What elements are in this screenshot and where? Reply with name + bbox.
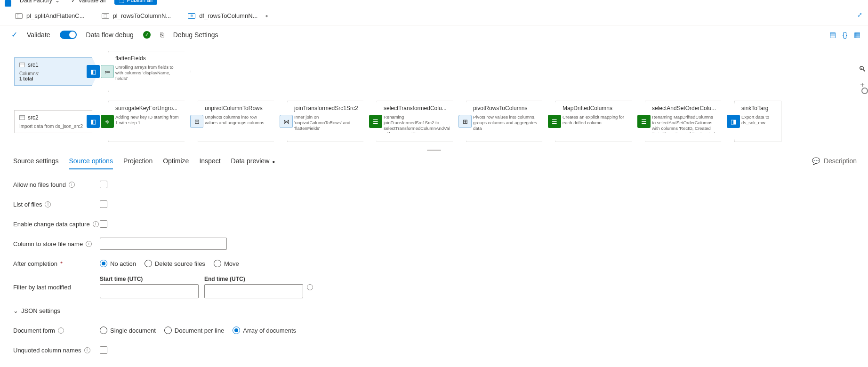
join-icon: ⋈ bbox=[280, 115, 293, 128]
document-form-label: Document formi bbox=[13, 327, 100, 334]
tab-data-preview[interactable]: Data preview bbox=[231, 152, 275, 169]
source-node-src1[interactable]: src1 Columns: 1 total + bbox=[11, 57, 99, 86]
list-icon[interactable]: ▦ bbox=[854, 31, 860, 39]
debug-toggle[interactable] bbox=[60, 31, 77, 39]
unpivot-icon: ⊟ bbox=[190, 115, 203, 128]
list-of-files-checkbox[interactable] bbox=[100, 200, 107, 208]
debug-settings-button[interactable]: Debug Settings bbox=[173, 31, 218, 39]
dataflow-canvas[interactable]: src1 Columns: 1 total + ◧ ≔ flattenField… bbox=[0, 44, 868, 149]
tab-optimize[interactable]: Optimize bbox=[163, 152, 189, 169]
add-transform-icon[interactable]: + bbox=[188, 137, 192, 144]
tab-projection[interactable]: Projection bbox=[123, 152, 153, 169]
add-transform-icon[interactable]: + bbox=[278, 137, 281, 144]
step-join[interactable]: joinTransformedSrc1Src2 Inner join on 'u… bbox=[287, 101, 370, 142]
panel-resize-handle[interactable] bbox=[427, 150, 441, 151]
expand-icon[interactable]: ⤢ bbox=[857, 11, 862, 18]
node-desc: Creates an explicit mapping for each dri… bbox=[563, 114, 628, 126]
radio-single-document[interactable]: Single document bbox=[100, 327, 156, 334]
tab-inspect[interactable]: Inspect bbox=[199, 152, 220, 169]
start-time-label: Start time (UTC) bbox=[100, 276, 199, 282]
node-desc: Unpivots columns into row values and ung… bbox=[205, 114, 271, 126]
app-grid-icon[interactable] bbox=[5, 0, 11, 7]
add-transform-icon[interactable]: + bbox=[96, 128, 99, 135]
step-selectOrder[interactable]: selectAndSetOrderColu... Renaming MapDri… bbox=[645, 101, 728, 142]
add-transform-icon[interactable]: + bbox=[96, 80, 99, 87]
node-desc: Renaming joinTransformedSrc1Src2 to sele… bbox=[384, 114, 450, 133]
tab-source-options[interactable]: Source options bbox=[69, 152, 113, 169]
unquoted-col-checkbox[interactable] bbox=[100, 346, 107, 354]
info-icon[interactable]: i bbox=[45, 201, 51, 207]
zoom-handle-icon[interactable] bbox=[861, 88, 868, 94]
tab-pipeline-1[interactable]: ⬚pl_splitAndFlattenC... bbox=[7, 7, 93, 25]
layout-icon[interactable]: ▤ bbox=[829, 31, 836, 39]
info-icon[interactable]: i bbox=[69, 182, 75, 188]
col-filename-input[interactable] bbox=[100, 238, 227, 250]
source-node-src2[interactable]: src2 Import data from ds_json_src2 + bbox=[11, 110, 99, 133]
surrogate-key-icon: ⎆ bbox=[101, 115, 114, 128]
start-time-input[interactable] bbox=[100, 284, 199, 298]
node-desc: Export data to ds_snk_row bbox=[741, 114, 776, 126]
allow-no-files-checkbox[interactable] bbox=[100, 181, 107, 188]
end-time-label: End time (UTC) bbox=[204, 276, 303, 282]
filter-last-modified-label: Filter by last modified bbox=[13, 284, 100, 291]
pivot-icon: ⊞ bbox=[458, 115, 472, 128]
node-title: src1 bbox=[28, 62, 39, 68]
debug-settings-icon: ⎘ bbox=[160, 31, 164, 39]
add-transform-icon[interactable]: + bbox=[457, 137, 460, 144]
tab-dataflow-active[interactable]: ≋df_rowsToColumnN... bbox=[179, 7, 276, 25]
tab-pipeline-2[interactable]: ⬚pl_rowsToColumnN... bbox=[93, 7, 180, 25]
braces-icon[interactable]: {} bbox=[843, 31, 847, 39]
node-desc: Renaming MapDriftedColumns to selectAndS… bbox=[652, 114, 718, 133]
validate-all-menu[interactable]: ✓ Validate all bbox=[68, 0, 109, 4]
enable-cdc-checkbox[interactable] bbox=[100, 220, 107, 228]
radio-delete-source[interactable]: Delete source files bbox=[145, 260, 205, 267]
info-icon[interactable]: i bbox=[84, 347, 90, 353]
add-transform-icon[interactable]: + bbox=[188, 87, 192, 94]
step-surrogateKey[interactable]: surrogateKeyForUngro... Adding new key I… bbox=[108, 101, 191, 142]
radio-move[interactable]: Move bbox=[214, 260, 239, 267]
publish-all-button[interactable]: ⬚ Publish all bbox=[114, 0, 158, 5]
step-mapDrifted[interactable]: MapDriftedColumns Creates an explicit ma… bbox=[555, 101, 638, 142]
search-canvas-icon[interactable]: 🔍︎ bbox=[859, 65, 866, 73]
tab-label: df_rowsToColumnN... bbox=[199, 12, 257, 19]
info-icon[interactable]: i bbox=[93, 221, 99, 227]
dataflow-toolbar: ✓ Validate Data flow debug ✓ ⎘ Debug Set… bbox=[0, 25, 868, 44]
add-transform-icon[interactable]: + bbox=[725, 137, 728, 144]
info-icon[interactable]: i bbox=[58, 327, 64, 334]
add-transform-icon[interactable]: + bbox=[546, 137, 549, 144]
detail-tabs: Source settings Source options Projectio… bbox=[0, 152, 868, 170]
unquoted-col-label: Unquoted column namesi bbox=[13, 347, 100, 354]
info-icon[interactable]: i bbox=[86, 241, 92, 247]
description-label: Description bbox=[824, 157, 857, 165]
node-title: unpivotColumnToRows bbox=[205, 105, 271, 112]
add-transform-icon[interactable]: + bbox=[635, 137, 639, 144]
node-title: src2 bbox=[28, 114, 39, 121]
node-title: MapDriftedColumns bbox=[563, 105, 628, 112]
chevron-down-icon: ⌄ bbox=[13, 307, 18, 314]
step-sink[interactable]: sinkToTarg Export data to ds_snk_row bbox=[734, 101, 781, 142]
step-unpivot[interactable]: unpivotColumnToRows Unpivots columns int… bbox=[198, 101, 281, 142]
map-drifted-icon: ☰ bbox=[548, 115, 561, 128]
node-sub: Import data from ds_json_src2 bbox=[19, 124, 94, 129]
radio-no-action[interactable]: No action bbox=[100, 260, 136, 267]
step-pivot[interactable]: pivotRowsToColumns Pivots row values int… bbox=[466, 101, 549, 142]
json-settings-header[interactable]: ⌄JSON settings bbox=[13, 307, 60, 314]
node-sub: Columns: bbox=[19, 71, 94, 76]
step-flattenFields[interactable]: flattenFields Unrolling arrays from fiel… bbox=[108, 51, 191, 92]
radio-array-of-documents[interactable]: Array of documents bbox=[233, 327, 296, 334]
node-title: selectAndSetOrderColu... bbox=[652, 105, 718, 112]
data-factory-menu[interactable]: Data Factory ⌄ bbox=[17, 0, 63, 4]
radio-document-per-line[interactable]: Document per line bbox=[164, 327, 225, 334]
end-time-input[interactable] bbox=[204, 284, 303, 298]
validate-icon: ✓ bbox=[11, 30, 17, 39]
validate-button[interactable]: Validate bbox=[27, 31, 50, 39]
debug-toggle-label: Data flow debug bbox=[86, 31, 134, 39]
publish-all-label: Publish all bbox=[127, 0, 153, 3]
add-transform-icon[interactable]: + bbox=[367, 137, 370, 144]
description-toggle[interactable]: 💬 Description bbox=[812, 157, 857, 165]
info-icon[interactable]: i bbox=[307, 284, 313, 290]
tab-source-settings[interactable]: Source settings bbox=[13, 152, 59, 169]
node-title: surrogateKeyForUngro... bbox=[115, 105, 181, 112]
step-selectTransformed[interactable]: selectTransformedColu... Renaming joinTr… bbox=[377, 101, 459, 142]
node-title: selectTransformedColu... bbox=[384, 105, 450, 112]
